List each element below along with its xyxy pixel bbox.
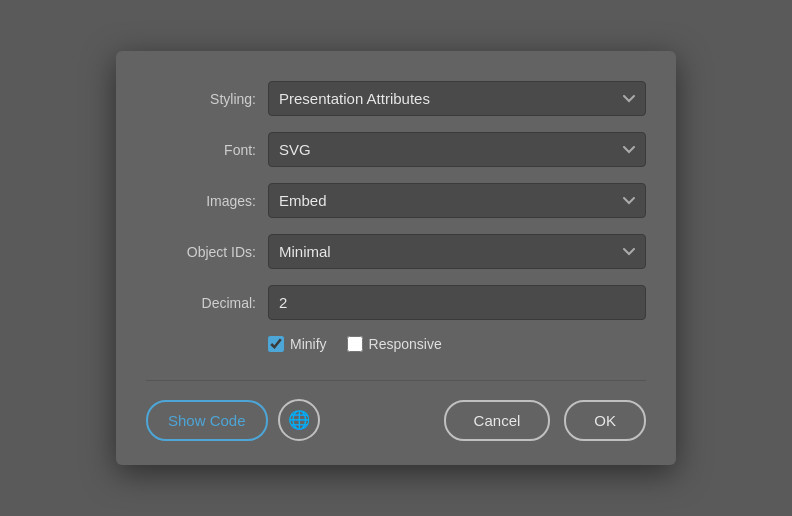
responsive-checkbox[interactable]	[347, 336, 363, 352]
font-select[interactable]: SVG Convert to Outline	[268, 132, 646, 167]
font-label: Font:	[146, 142, 256, 158]
globe-icon: 🌐	[288, 409, 310, 431]
responsive-group: Responsive	[347, 336, 442, 352]
cancel-button[interactable]: Cancel	[444, 400, 551, 441]
font-row: Font: SVG Convert to Outline	[146, 132, 646, 167]
styling-label: Styling:	[146, 91, 256, 107]
styling-row: Styling: Presentation Attributes Interna…	[146, 81, 646, 116]
images-select[interactable]: Embed Link Preserve	[268, 183, 646, 218]
button-row: Show Code 🌐 Cancel OK	[146, 399, 646, 441]
divider	[146, 380, 646, 381]
minify-label[interactable]: Minify	[290, 336, 327, 352]
object-ids-select[interactable]: Minimal Unique Layer Names	[268, 234, 646, 269]
images-row: Images: Embed Link Preserve	[146, 183, 646, 218]
decimal-row: Decimal:	[146, 285, 646, 320]
dialog: Styling: Presentation Attributes Interna…	[116, 51, 676, 465]
minify-group: Minify	[268, 336, 327, 352]
styling-select[interactable]: Presentation Attributes Internal CSS Sty…	[268, 81, 646, 116]
decimal-label: Decimal:	[146, 295, 256, 311]
checkbox-row: Minify Responsive	[268, 336, 646, 352]
object-ids-label: Object IDs:	[146, 244, 256, 260]
button-row-left: Show Code 🌐	[146, 399, 320, 441]
globe-button[interactable]: 🌐	[278, 399, 320, 441]
minify-checkbox[interactable]	[268, 336, 284, 352]
object-ids-row: Object IDs: Minimal Unique Layer Names	[146, 234, 646, 269]
button-row-right: Cancel OK	[444, 400, 646, 441]
decimal-input[interactable]	[268, 285, 646, 320]
images-label: Images:	[146, 193, 256, 209]
show-code-button[interactable]: Show Code	[146, 400, 268, 441]
ok-button[interactable]: OK	[564, 400, 646, 441]
responsive-label[interactable]: Responsive	[369, 336, 442, 352]
